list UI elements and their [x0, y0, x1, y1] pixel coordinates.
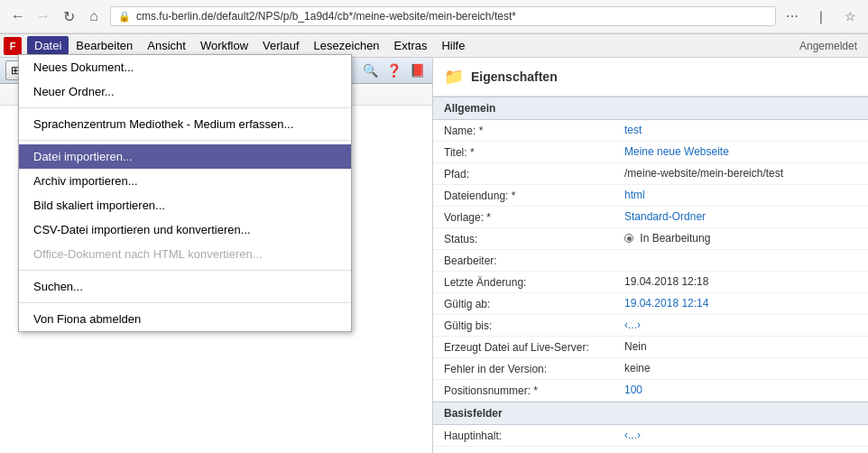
app-logo: F [4, 37, 22, 55]
property-status: Status: In Bearbeitung [433, 228, 868, 250]
menu-item-bild-importieren[interactable]: Bild skaliert importieren... [19, 193, 351, 217]
properties-panel: 📁 Eigenschaften Allgemein Name: * test T… [433, 58, 868, 453]
section-basisfelder: Basisfelder [433, 402, 868, 425]
menu-workflow[interactable]: Workflow [193, 36, 255, 55]
menu-verlauf[interactable]: Verlauf [255, 36, 306, 55]
menu-item-sprachenzentrum[interactable]: Sprachenzentrum Mediothek - Medium erfas… [19, 112, 351, 136]
menu-extras[interactable]: Extras [387, 36, 435, 55]
menu-lesezeichen[interactable]: Lesezeichen [307, 36, 387, 55]
menu-hilfe[interactable]: Hilfe [434, 36, 472, 55]
separator-4 [19, 302, 351, 303]
menu-item-neuer-ordner[interactable]: Neuer Ordner... [19, 79, 351, 104]
toolbar-btn-help[interactable]: ❓ [383, 60, 403, 80]
login-status: Angemeldet [792, 37, 864, 55]
property-pfad: Pfad: /meine-website/mein-bereich/test [433, 163, 868, 185]
property-live-server: Erzeugt Datei auf Live-Server: Nein [433, 337, 868, 358]
property-gueltig-bis: Gültig bis: ‹...› [433, 315, 868, 337]
separator-1 [19, 107, 351, 108]
properties-title: Eigenschaften [471, 69, 558, 84]
lock-icon: 🔒 [118, 11, 131, 23]
section-allgemein: Allgemein [433, 97, 868, 120]
separator-3 [19, 270, 351, 271]
datei-dropdown: Neues Dokument... Neuer Ordner... Sprach… [18, 54, 352, 332]
url-input[interactable] [136, 10, 768, 23]
address-bar[interactable]: 🔒 [110, 6, 776, 26]
menu-item-suchen[interactable]: Suchen... [19, 274, 351, 299]
more-button[interactable]: ⋯ [781, 5, 803, 27]
forward-button[interactable]: → [32, 5, 54, 27]
property-fehler: Fehler in der Version: keine [433, 358, 868, 380]
properties-header: 📁 Eigenschaften [433, 58, 868, 97]
home-button[interactable]: ⌂ [83, 5, 105, 27]
property-name: Name: * test [433, 120, 868, 142]
status-radio [624, 234, 633, 243]
property-bearbeiter: Bearbeiter: [433, 250, 868, 272]
menu-item-abmelden[interactable]: Von Fiona abmelden [19, 307, 351, 331]
menu-item-office-konvertieren: Office-Dokument nach HTML konvertieren..… [19, 242, 351, 266]
property-letzte-aenderung: Letzte Änderung: 19.04.2018 12:18 [433, 272, 868, 293]
back-button[interactable]: ← [7, 5, 29, 27]
menu-bearbeiten[interactable]: Bearbeiten [69, 36, 140, 55]
property-positionsnummer: Positionsnummer: * 100 [433, 380, 868, 402]
menu-item-datei-importieren[interactable]: Datei importieren... [19, 144, 351, 169]
separator-2 [19, 140, 351, 141]
reload-button[interactable]: ↻ [58, 5, 79, 27]
bookmark-button[interactable]: ☆ [839, 5, 861, 27]
folder-icon: 📁 [444, 67, 464, 87]
property-dateiendung: Dateiendung: * html [433, 185, 868, 207]
menu-ansicht[interactable]: Ansicht [140, 36, 193, 55]
property-gueltig-ab: Gültig ab: 19.04.2018 12:14 [433, 293, 868, 315]
toolbar-btn-close[interactable]: 📕 [407, 60, 427, 80]
menu-item-neues-dokument[interactable]: Neues Dokument... [19, 55, 351, 79]
property-titel: Titel: * Meine neue Webseite [433, 142, 868, 163]
menu-item-csv-importieren[interactable]: CSV-Datei importieren und konvertieren..… [19, 217, 351, 242]
property-vorlage: Vorlage: * Standard-Ordner [433, 207, 868, 228]
menu-item-archiv-importieren[interactable]: Archiv importieren... [19, 169, 351, 193]
menu-datei[interactable]: Datei [27, 36, 69, 55]
toolbar-btn-zoom[interactable]: 🔍 [360, 60, 380, 80]
shield-button[interactable]: ❘ [810, 5, 832, 27]
property-hauptinhalt: Hauptinhalt: ‹...› [433, 425, 868, 447]
property-titel-langform: Titel, Langform: ‹...› [433, 447, 868, 453]
